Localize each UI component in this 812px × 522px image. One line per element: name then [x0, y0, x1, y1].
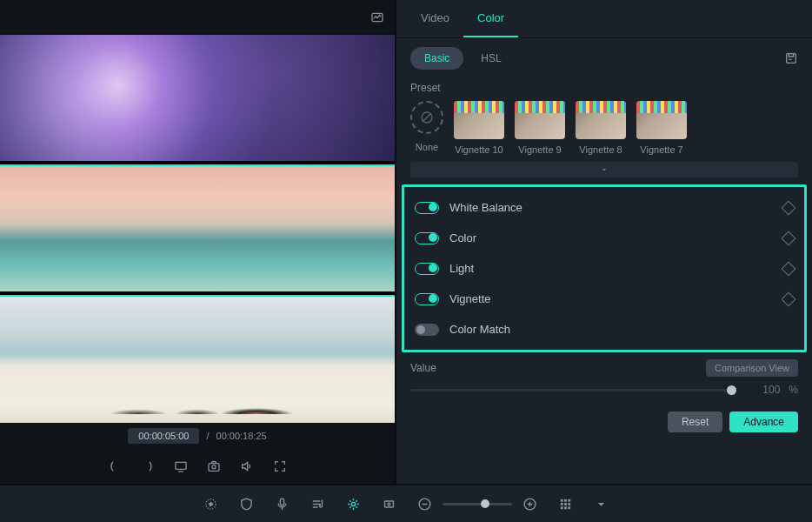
microphone-icon[interactable]: [275, 497, 290, 512]
preview-area[interactable]: [0, 35, 395, 423]
time-total: 00:00:18:25: [216, 431, 267, 441]
subtab-hsl[interactable]: HSL: [467, 47, 515, 70]
tab-video[interactable]: Video: [407, 0, 463, 37]
keyframe-icon[interactable]: [782, 261, 796, 276]
svg-rect-15: [564, 499, 567, 501]
waveform-icon[interactable]: [370, 10, 384, 24]
tab-color[interactable]: Color: [463, 0, 518, 37]
preview-clip-1: [0, 35, 395, 161]
svg-point-7: [209, 502, 212, 505]
keyframe-icon[interactable]: [782, 231, 796, 245]
display-icon[interactable]: [174, 459, 188, 473]
keyframe-icon[interactable]: [782, 291, 796, 306]
svg-point-11: [388, 503, 390, 505]
preset-vignette-10[interactable]: Vignette 10: [454, 101, 504, 155]
none-icon: [410, 101, 443, 134]
time-current: 00:00:05:00: [128, 428, 199, 444]
keyframe-icon[interactable]: [782, 200, 796, 215]
audio-track-icon[interactable]: [310, 497, 325, 512]
properties-panel: Video Color Basic HSL Preset None Vignet…: [395, 0, 812, 484]
color-tool-icon[interactable]: [346, 497, 361, 512]
white-balance-toggle[interactable]: [415, 202, 439, 214]
chevron-down-icon[interactable]: [594, 497, 609, 512]
color-match-row: Color Match: [408, 314, 801, 345]
preset-label: Preset: [396, 78, 812, 101]
advance-button[interactable]: Advance: [729, 412, 798, 432]
grid-view-icon[interactable]: [558, 497, 573, 512]
preview-clip-3: [0, 295, 395, 423]
svg-rect-22: [568, 506, 570, 509]
svg-rect-19: [568, 503, 570, 505]
zoom-in-icon[interactable]: [522, 497, 537, 512]
snapshot-icon[interactable]: [207, 459, 221, 473]
volume-icon[interactable]: [240, 459, 254, 473]
svg-rect-21: [564, 506, 567, 509]
color-toggle[interactable]: [415, 232, 439, 244]
preset-vignette-9[interactable]: Vignette 9: [515, 101, 565, 155]
white-balance-row: White Balance: [408, 192, 801, 223]
light-toggle[interactable]: [415, 263, 439, 275]
svg-rect-14: [561, 499, 563, 501]
preset-vignette-7[interactable]: Vignette 7: [636, 101, 687, 155]
crop-icon[interactable]: [382, 497, 396, 512]
record-icon[interactable]: [203, 497, 218, 512]
timeline-bar: 00:00:05:00 / 00:00:18:25: [0, 423, 395, 449]
svg-rect-18: [564, 503, 567, 505]
zoom-slider[interactable]: [443, 503, 512, 505]
color-adjustments: White Balance Color Light Vignette: [402, 184, 807, 352]
zoom-out-icon[interactable]: [417, 497, 432, 512]
value-label: Value: [410, 362, 436, 374]
fullscreen-icon[interactable]: [273, 459, 287, 473]
player-controls: [0, 449, 395, 484]
save-preset-icon[interactable]: [784, 51, 798, 65]
svg-rect-17: [561, 503, 563, 505]
svg-rect-10: [385, 500, 394, 506]
svg-rect-20: [561, 506, 563, 509]
shield-icon[interactable]: [239, 497, 254, 512]
svg-rect-16: [568, 499, 570, 501]
svg-rect-4: [787, 54, 796, 64]
svg-point-9: [351, 502, 355, 505]
preview-clip-2: [0, 164, 395, 292]
presets-row: None Vignette 10 Vignette 9 Vignette 8 V…: [396, 101, 812, 162]
preset-vignette-8[interactable]: Vignette 8: [576, 101, 626, 155]
value-slider[interactable]: [410, 389, 736, 392]
svg-rect-1: [176, 462, 186, 469]
subtab-basic[interactable]: Basic: [410, 47, 463, 70]
color-match-toggle[interactable]: [415, 324, 439, 336]
bottom-toolbar: [0, 484, 812, 522]
vignette-toggle[interactable]: [415, 293, 439, 305]
property-tabs: Video Color: [396, 0, 812, 38]
comparison-view-button[interactable]: Comparison View: [706, 359, 798, 377]
svg-rect-2: [209, 464, 219, 472]
svg-rect-8: [280, 499, 283, 505]
vignette-row: Vignette: [408, 284, 801, 314]
reset-button[interactable]: Reset: [668, 412, 722, 432]
mark-in-icon[interactable]: [108, 459, 122, 473]
mark-out-icon[interactable]: [141, 459, 155, 473]
preview-panel: 00:00:05:00 / 00:00:18:25: [0, 0, 395, 484]
light-row: Light: [408, 253, 801, 284]
preset-none[interactable]: None: [410, 101, 443, 155]
expand-presets[interactable]: [410, 162, 798, 177]
svg-point-3: [212, 465, 216, 469]
color-row: Color: [408, 223, 801, 253]
